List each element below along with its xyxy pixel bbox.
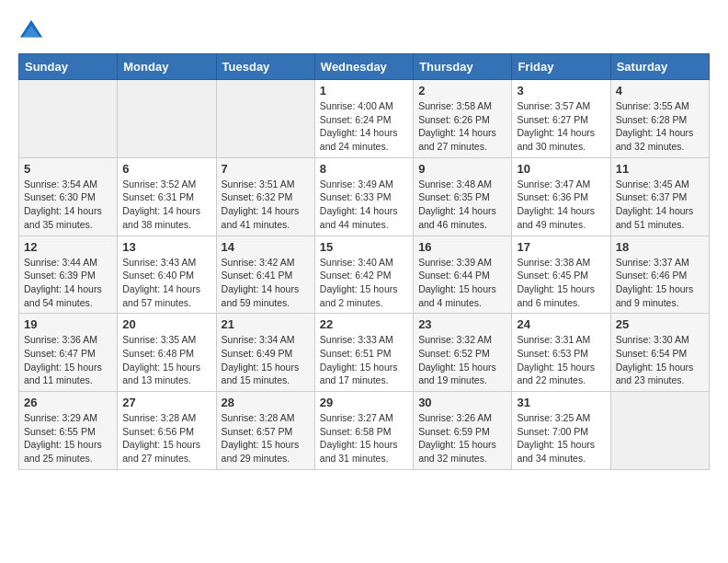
day-number: 13 <box>122 240 210 254</box>
week-row-4: 19Sunrise: 3:36 AM Sunset: 6:47 PM Dayli… <box>19 314 710 392</box>
day-cell: 4Sunrise: 3:55 AM Sunset: 6:28 PM Daylig… <box>610 80 709 158</box>
col-header-saturday: Saturday <box>610 54 709 80</box>
day-cell: 30Sunrise: 3:26 AM Sunset: 6:59 PM Dayli… <box>414 392 512 470</box>
day-info: Sunrise: 3:34 AM Sunset: 6:49 PM Dayligh… <box>222 333 310 387</box>
day-number: 14 <box>222 240 310 254</box>
day-info: Sunrise: 3:42 AM Sunset: 6:41 PM Dayligh… <box>222 256 310 310</box>
week-row-3: 12Sunrise: 3:44 AM Sunset: 6:39 PM Dayli… <box>19 236 710 314</box>
day-number: 10 <box>517 162 605 176</box>
day-cell <box>216 80 314 158</box>
col-header-sunday: Sunday <box>19 54 118 80</box>
calendar-table: SundayMondayTuesdayWednesdayThursdayFrid… <box>18 53 710 470</box>
day-number: 17 <box>517 240 605 254</box>
day-cell: 27Sunrise: 3:28 AM Sunset: 6:56 PM Dayli… <box>118 392 216 470</box>
day-info: Sunrise: 3:57 AM Sunset: 6:27 PM Dayligh… <box>517 99 605 154</box>
day-number: 25 <box>616 317 704 331</box>
day-info: Sunrise: 3:49 AM Sunset: 6:33 PM Dayligh… <box>320 178 408 232</box>
day-info: Sunrise: 3:40 AM Sunset: 6:42 PM Dayligh… <box>320 256 408 310</box>
day-number: 8 <box>320 162 408 176</box>
day-cell: 29Sunrise: 3:27 AM Sunset: 6:58 PM Dayli… <box>314 392 413 470</box>
day-cell <box>19 80 118 158</box>
day-info: Sunrise: 3:47 AM Sunset: 6:36 PM Dayligh… <box>517 178 605 232</box>
day-cell: 13Sunrise: 3:43 AM Sunset: 6:40 PM Dayli… <box>118 236 216 314</box>
day-number: 23 <box>418 317 506 331</box>
day-cell: 17Sunrise: 3:38 AM Sunset: 6:45 PM Dayli… <box>512 236 610 314</box>
day-number: 18 <box>616 240 704 254</box>
day-info: Sunrise: 3:55 AM Sunset: 6:28 PM Dayligh… <box>616 99 704 154</box>
week-row-1: 1Sunrise: 4:00 AM Sunset: 6:24 PM Daylig… <box>19 80 710 158</box>
day-info: Sunrise: 3:28 AM Sunset: 6:56 PM Dayligh… <box>122 411 210 465</box>
day-info: Sunrise: 3:39 AM Sunset: 6:44 PM Dayligh… <box>418 256 506 310</box>
day-info: Sunrise: 3:43 AM Sunset: 6:40 PM Dayligh… <box>122 256 210 310</box>
col-header-wednesday: Wednesday <box>314 54 413 80</box>
logo-icon <box>18 18 44 44</box>
day-cell: 31Sunrise: 3:25 AM Sunset: 7:00 PM Dayli… <box>512 392 610 470</box>
col-header-friday: Friday <box>512 54 610 80</box>
day-info: Sunrise: 3:58 AM Sunset: 6:26 PM Dayligh… <box>418 99 506 154</box>
day-cell: 8Sunrise: 3:49 AM Sunset: 6:33 PM Daylig… <box>314 157 413 236</box>
day-cell: 21Sunrise: 3:34 AM Sunset: 6:49 PM Dayli… <box>216 314 314 392</box>
day-info: Sunrise: 3:37 AM Sunset: 6:46 PM Dayligh… <box>616 256 704 310</box>
day-cell: 11Sunrise: 3:45 AM Sunset: 6:37 PM Dayli… <box>610 157 709 236</box>
day-cell: 6Sunrise: 3:52 AM Sunset: 6:31 PM Daylig… <box>118 157 216 236</box>
day-number: 7 <box>222 162 310 176</box>
day-cell: 26Sunrise: 3:29 AM Sunset: 6:55 PM Dayli… <box>19 392 118 470</box>
day-cell: 16Sunrise: 3:39 AM Sunset: 6:44 PM Dayli… <box>414 236 512 314</box>
day-cell: 2Sunrise: 3:58 AM Sunset: 6:26 PM Daylig… <box>414 80 512 158</box>
day-number: 6 <box>122 162 210 176</box>
day-info: Sunrise: 3:30 AM Sunset: 6:54 PM Dayligh… <box>616 333 704 387</box>
day-number: 12 <box>24 240 112 254</box>
col-header-monday: Monday <box>118 54 216 80</box>
day-number: 19 <box>24 317 112 331</box>
day-info: Sunrise: 3:45 AM Sunset: 6:37 PM Dayligh… <box>616 178 704 232</box>
day-info: Sunrise: 3:36 AM Sunset: 6:47 PM Dayligh… <box>24 333 112 387</box>
day-info: Sunrise: 3:25 AM Sunset: 7:00 PM Dayligh… <box>517 411 605 465</box>
week-row-2: 5Sunrise: 3:54 AM Sunset: 6:30 PM Daylig… <box>19 157 710 236</box>
day-cell: 18Sunrise: 3:37 AM Sunset: 6:46 PM Dayli… <box>610 236 709 314</box>
page-header <box>18 18 710 44</box>
day-info: Sunrise: 3:35 AM Sunset: 6:48 PM Dayligh… <box>122 333 210 387</box>
day-cell: 7Sunrise: 3:51 AM Sunset: 6:32 PM Daylig… <box>216 157 314 236</box>
header-row: SundayMondayTuesdayWednesdayThursdayFrid… <box>19 54 710 80</box>
day-number: 22 <box>320 317 408 331</box>
day-number: 20 <box>122 317 210 331</box>
day-cell: 1Sunrise: 4:00 AM Sunset: 6:24 PM Daylig… <box>314 80 413 158</box>
day-cell: 5Sunrise: 3:54 AM Sunset: 6:30 PM Daylig… <box>19 157 118 236</box>
day-info: Sunrise: 4:00 AM Sunset: 6:24 PM Dayligh… <box>320 99 408 154</box>
day-cell: 22Sunrise: 3:33 AM Sunset: 6:51 PM Dayli… <box>314 314 413 392</box>
week-row-5: 26Sunrise: 3:29 AM Sunset: 6:55 PM Dayli… <box>19 392 710 470</box>
day-info: Sunrise: 3:29 AM Sunset: 6:55 PM Dayligh… <box>24 411 112 465</box>
day-info: Sunrise: 3:32 AM Sunset: 6:52 PM Dayligh… <box>418 333 506 387</box>
day-cell: 3Sunrise: 3:57 AM Sunset: 6:27 PM Daylig… <box>512 80 610 158</box>
day-number: 28 <box>222 396 310 409</box>
day-number: 27 <box>122 396 210 409</box>
day-number: 30 <box>418 396 506 409</box>
day-number: 15 <box>320 240 408 254</box>
day-cell: 23Sunrise: 3:32 AM Sunset: 6:52 PM Dayli… <box>414 314 512 392</box>
day-number: 11 <box>616 162 704 176</box>
day-number: 21 <box>222 317 310 331</box>
day-number: 31 <box>517 396 605 409</box>
day-cell <box>610 392 709 470</box>
day-cell: 14Sunrise: 3:42 AM Sunset: 6:41 PM Dayli… <box>216 236 314 314</box>
day-info: Sunrise: 3:27 AM Sunset: 6:58 PM Dayligh… <box>320 411 408 465</box>
day-number: 24 <box>517 317 605 331</box>
day-number: 4 <box>616 84 704 98</box>
day-number: 2 <box>418 84 506 98</box>
day-cell: 19Sunrise: 3:36 AM Sunset: 6:47 PM Dayli… <box>19 314 118 392</box>
day-cell <box>118 80 216 158</box>
day-info: Sunrise: 3:28 AM Sunset: 6:57 PM Dayligh… <box>222 411 310 465</box>
day-info: Sunrise: 3:38 AM Sunset: 6:45 PM Dayligh… <box>517 256 605 310</box>
day-cell: 12Sunrise: 3:44 AM Sunset: 6:39 PM Dayli… <box>19 236 118 314</box>
day-info: Sunrise: 3:48 AM Sunset: 6:35 PM Dayligh… <box>418 178 506 232</box>
day-cell: 10Sunrise: 3:47 AM Sunset: 6:36 PM Dayli… <box>512 157 610 236</box>
day-cell: 20Sunrise: 3:35 AM Sunset: 6:48 PM Dayli… <box>118 314 216 392</box>
day-number: 3 <box>517 84 605 98</box>
logo <box>18 18 48 44</box>
col-header-tuesday: Tuesday <box>216 54 314 80</box>
day-number: 9 <box>418 162 506 176</box>
day-number: 29 <box>320 396 408 409</box>
day-cell: 25Sunrise: 3:30 AM Sunset: 6:54 PM Dayli… <box>610 314 709 392</box>
day-number: 26 <box>24 396 112 409</box>
day-info: Sunrise: 3:51 AM Sunset: 6:32 PM Dayligh… <box>222 178 310 232</box>
